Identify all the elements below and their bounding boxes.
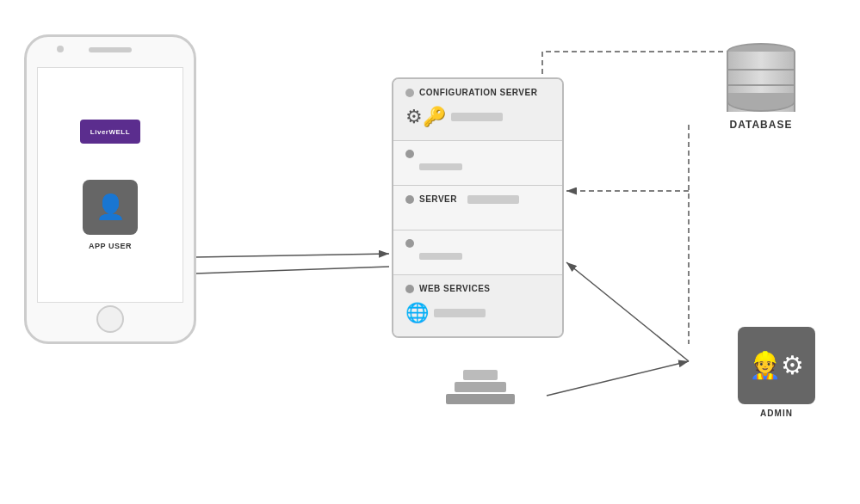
section2-dot <box>405 150 414 158</box>
config-server-title: CONFIGURATION SERVER <box>419 88 537 97</box>
section1-dot <box>405 89 414 97</box>
stand-piece-2 <box>455 382 506 392</box>
server-bar <box>467 195 519 204</box>
admin-icon: 👷⚙ <box>749 353 804 378</box>
section3-dot <box>405 195 414 204</box>
config-server-section: CONFIGURATION SERVER ⚙🔑 <box>393 79 562 141</box>
arrow-admin-to-server <box>566 262 689 361</box>
diagram-container: LiverWELL 👤 APP USER CONFIGURATION SERVE… <box>0 0 860 504</box>
section5-dot <box>405 285 414 293</box>
db-cylinder <box>727 43 795 112</box>
section4-bar <box>419 253 462 260</box>
section2-bar <box>419 163 462 170</box>
stand-piece-3 <box>446 394 515 404</box>
db-stripe-1 <box>727 69 795 71</box>
admin-label: ADMIN <box>738 409 815 418</box>
stand-piece-1 <box>463 370 498 380</box>
server-title: SERVER <box>419 194 457 204</box>
gear-key-icon: ⚙🔑 <box>405 106 446 128</box>
app-user-label: APP USER <box>89 242 132 250</box>
globe-icon: 🌐 <box>405 302 429 324</box>
web-services-bar <box>434 309 486 317</box>
config-bar <box>451 113 503 121</box>
phone-home-button <box>96 305 124 333</box>
phone-camera <box>57 46 64 52</box>
arrow-base-to-admin <box>547 361 689 396</box>
phone-speaker <box>89 47 132 52</box>
db-body <box>727 52 795 112</box>
section2 <box>393 141 562 186</box>
user-icon: 👤 <box>96 195 126 219</box>
db-stripe-2 <box>727 84 795 86</box>
phone: LiverWELL 👤 APP USER <box>24 34 196 344</box>
config-icon-row: ⚙🔑 <box>405 101 550 132</box>
app-logo: LiverWELL <box>80 120 140 144</box>
server-stack: CONFIGURATION SERVER ⚙🔑 SERVER <box>392 77 564 338</box>
web-services-title: WEB SERVICES <box>419 284 491 293</box>
database-label: DATABASE <box>730 119 793 131</box>
server-section: SERVER <box>393 186 562 230</box>
admin-box: 👷⚙ <box>738 327 815 404</box>
app-user-box: 👤 <box>83 180 138 235</box>
web-services-section: WEB SERVICES 🌐 <box>393 275 562 336</box>
database-box: DATABASE <box>714 43 808 131</box>
web-services-icon-row: 🌐 <box>405 297 550 328</box>
phone-screen: LiverWELL 👤 APP USER <box>37 67 183 303</box>
app-logo-text: LiverWELL <box>90 128 130 136</box>
server-stand <box>446 370 515 406</box>
section4-dot <box>405 239 414 248</box>
section4 <box>393 230 562 275</box>
